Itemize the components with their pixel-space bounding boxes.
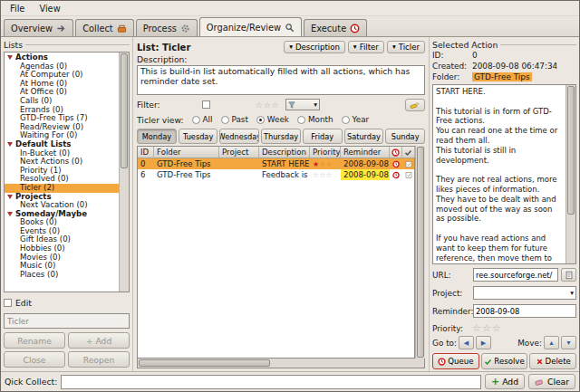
column-reminder[interactable]: Reminder [341,147,390,158]
list-item[interactable]: Read/Review (0) [5,123,119,132]
table-row[interactable]: 6 GTD-Free Tips Feedback is ... ☆☆☆ 2008… [138,169,414,180]
row-queue-icon[interactable] [390,169,402,180]
menu-file[interactable]: File [4,3,31,14]
day-wednesday-button[interactable]: Wednesday [219,129,259,144]
tab-process-label: Process [143,24,177,33]
list-item[interactable]: Resolved (0) [5,175,119,184]
menu-view[interactable]: View [33,3,66,14]
filter-priority-stars[interactable]: ☆☆☆ [256,100,280,110]
list-item[interactable]: Books (0) [5,218,119,227]
reminder-row: Reminder: [432,303,576,319]
tab-organize-review[interactable]: Organize/Review [199,17,302,36]
row-resolve-checkbox[interactable] [402,158,415,169]
filter-checkbox[interactable] [202,100,210,109]
reopen-list-button[interactable]: Reopen [68,351,130,368]
table-scrollbar[interactable] [415,146,425,359]
list-item[interactable]: Waiting For (0) [5,131,119,140]
day-sunday-button[interactable]: Sunday [385,129,425,144]
delete-button[interactable]: Delete [529,353,576,369]
list-group[interactable]: Projects [5,193,119,202]
quick-add-button[interactable]: + Add [485,374,525,389]
column-description[interactable]: Description [259,147,310,158]
list-item[interactable]: Calls (0) [5,97,119,106]
toggle-description-button[interactable]: ▾Description [284,41,345,53]
list-item[interactable]: At Home (0) [5,80,119,89]
list-group[interactable]: Someday/Maybe [5,210,119,219]
reminder-input[interactable] [473,304,576,318]
toggle-filter-button[interactable]: ▾Filter [348,41,384,53]
description-scrollbar[interactable] [566,85,575,263]
move-up-button[interactable]: ▲ [544,336,559,349]
clear-button[interactable]: Clear [528,374,575,389]
list-item[interactable]: In-Bucket (0) [5,149,119,158]
goto-previous-button[interactable]: ◀ [459,336,474,349]
list-item[interactable]: Places (0) [5,271,119,280]
queue-button[interactable]: Queue [432,353,479,369]
column-priority[interactable]: Priority [310,147,341,158]
list-item[interactable]: Music (0) [5,262,119,271]
column-project[interactable]: Project [219,147,259,158]
radio-month[interactable]: Month [297,115,334,124]
list-item[interactable]: Agendas (0) [5,62,119,72]
url-input[interactable] [473,268,558,282]
list-item[interactable]: Hobbies (0) [5,244,119,253]
column-resolve-icon[interactable] [402,147,415,158]
list-item[interactable]: Gift Ideas (0) [5,235,119,244]
list-item[interactable]: Priority (1) [5,167,119,176]
radio-past[interactable]: Past [221,115,248,124]
radio-year[interactable]: Year [342,115,370,124]
scrollbar-thumb[interactable] [417,147,424,358]
tab-overview[interactable]: Overview [4,19,73,36]
list-name-input[interactable] [4,313,130,329]
list-item[interactable]: At Office (0) [5,88,119,97]
clock-icon [438,358,446,366]
priority-stars[interactable]: ☆☆☆ [472,322,502,334]
close-list-button[interactable]: Close [4,351,65,368]
table-horizontal-scrollbar[interactable] [137,359,425,368]
list-group[interactable]: Actions [5,53,119,62]
list-item[interactable]: Next Actions (0) [5,158,119,167]
list-item[interactable]: Errands (0) [5,106,119,115]
table-row[interactable]: 0 GTD-Free Tips START HERE ... ★★★ 2008-… [138,158,414,169]
radio-week[interactable]: Week [256,115,289,124]
list-item[interactable]: Events (0) [5,227,119,236]
goto-next-button[interactable]: ▶ [476,336,491,349]
lists-scrollbar[interactable] [119,53,129,292]
column-id[interactable]: ID [138,147,154,158]
day-friday-button[interactable]: Friday [303,129,343,144]
list-group[interactable]: Default Lists [5,140,119,149]
radio-all[interactable]: All [192,115,213,124]
day-tuesday-button[interactable]: Tuesday [179,129,218,144]
project-combo[interactable]: ▾ [473,286,576,300]
list-item[interactable]: Movies (0) [5,253,119,263]
open-url-button[interactable] [561,268,576,282]
quick-collect-input[interactable] [61,375,481,389]
list-item[interactable]: Next Vacation (0) [5,201,119,210]
day-saturday-button[interactable]: Saturday [344,129,384,144]
tab-collect[interactable]: Collect [75,19,134,36]
resolve-button[interactable]: Resolve [481,353,528,369]
add-list-button[interactable]: +Add [68,332,130,349]
scrollbar-thumb[interactable] [567,86,575,215]
toggle-ticler-button[interactable]: ▾Ticler [387,41,425,53]
filter-combo[interactable]: ▾ [285,99,320,110]
tab-execute[interactable]: Execute [304,19,367,36]
action-description-textarea[interactable]: START HERE. This tutorial is in form of … [433,85,566,263]
column-queue-icon[interactable] [390,147,402,158]
list-item-ticler[interactable]: Ticler (2) [5,184,119,193]
edit-checkbox[interactable] [4,299,12,307]
scrollbar-thumb[interactable] [121,53,128,168]
rename-button[interactable]: Rename [4,332,65,349]
list-item[interactable]: At Computer (0) [5,71,119,80]
row-queue-icon[interactable] [390,158,402,169]
edit-toggle[interactable]: Edit [4,296,130,309]
highlight-button[interactable] [405,99,425,111]
list-item[interactable]: GTD-Free Tips (7) [5,114,119,123]
column-folder[interactable]: Folder [154,147,219,158]
scrollbar-thumb[interactable] [139,359,270,367]
day-monday-button[interactable]: Monday [137,129,177,144]
row-resolve-checkbox[interactable] [402,169,415,180]
move-down-button[interactable]: ▼ [561,336,576,349]
tab-process[interactable]: Process [136,19,198,36]
day-thursday-button[interactable]: Thursday [261,129,301,144]
